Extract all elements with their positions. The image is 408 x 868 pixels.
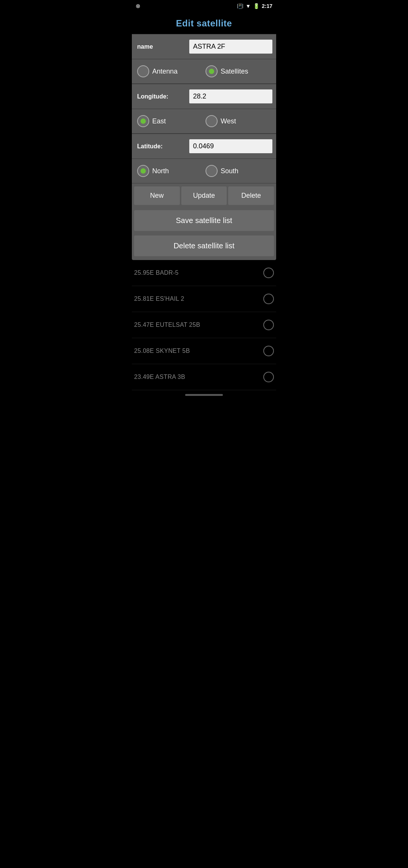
action-buttons-row: New Update Delete xyxy=(132,183,276,208)
sat-item-1[interactable]: 25.81E ES'HAIL 2 xyxy=(132,286,276,312)
sat-radio-0[interactable] xyxy=(263,268,274,278)
west-radio-group[interactable]: West xyxy=(206,115,271,127)
east-radio-dot xyxy=(141,119,146,124)
antenna-label: Antenna xyxy=(152,68,178,75)
north-south-row: North South xyxy=(136,162,272,180)
sat-item-label-4: 23.49E ASTRA 3B xyxy=(134,374,185,380)
sat-item-2[interactable]: 25.47E EUTELSAT 25B xyxy=(132,312,276,338)
name-section: name xyxy=(132,34,276,59)
sat-item-label-0: 25.95E BADR-5 xyxy=(134,269,179,276)
north-radio-btn[interactable] xyxy=(137,165,149,177)
wifi-icon: ▼ xyxy=(246,3,251,9)
delete-satellite-list-button[interactable]: Delete satellite list xyxy=(134,235,274,256)
sat-item-0[interactable]: 25.95E BADR-5 xyxy=(132,260,276,286)
sat-radio-1[interactable] xyxy=(263,294,274,304)
east-radio-group[interactable]: East xyxy=(137,115,202,127)
status-bar: ⊗ 📳 ▼ 🔋 2:17 xyxy=(130,0,278,12)
east-west-section: East West xyxy=(132,109,276,133)
save-btn-wrap: Save satellite list xyxy=(132,208,276,233)
south-radio-group[interactable]: South xyxy=(206,165,271,177)
longitude-label: Longitude: xyxy=(136,93,168,100)
satellite-list: 25.95E BADR-5 25.81E ES'HAIL 2 25.47E EU… xyxy=(130,260,278,390)
status-left: ⊗ xyxy=(136,3,141,9)
north-radio-group[interactable]: North xyxy=(137,165,202,177)
home-pill xyxy=(185,394,223,396)
west-radio-btn[interactable] xyxy=(206,115,218,127)
latitude-row: Latitude: xyxy=(136,137,272,155)
south-radio-btn[interactable] xyxy=(206,165,218,177)
sat-item-label-3: 25.08E SKYNET 5B xyxy=(134,348,190,354)
vibrate-icon: 📳 xyxy=(237,3,243,9)
latitude-input[interactable] xyxy=(189,139,272,153)
name-input[interactable] xyxy=(189,40,272,54)
status-right: 📳 ▼ 🔋 2:17 xyxy=(237,3,272,9)
west-label: West xyxy=(221,117,236,125)
sat-radio-4[interactable] xyxy=(263,372,274,382)
new-button[interactable]: New xyxy=(134,186,180,205)
sat-item-3[interactable]: 25.08E SKYNET 5B xyxy=(132,338,276,364)
east-label: East xyxy=(152,117,166,125)
clock: 2:17 xyxy=(262,3,272,9)
latitude-section: Latitude: xyxy=(132,134,276,159)
satellites-radio-dot xyxy=(209,69,214,74)
sat-item-label-1: 25.81E ES'HAIL 2 xyxy=(134,295,184,302)
longitude-input[interactable] xyxy=(189,89,272,103)
satellites-radio-group[interactable]: Satellites xyxy=(206,65,271,77)
longitude-row: Longitude: xyxy=(136,87,272,106)
satellites-radio-btn[interactable] xyxy=(206,65,218,77)
antenna-radio-group[interactable]: Antenna xyxy=(137,65,202,77)
north-radio-dot xyxy=(141,168,146,174)
update-button[interactable]: Update xyxy=(181,186,227,205)
satellites-label: Satellites xyxy=(221,68,248,75)
battery-icon: 🔋 xyxy=(253,3,260,9)
east-radio-btn[interactable] xyxy=(137,115,149,127)
longitude-section: Longitude: xyxy=(132,84,276,109)
sat-radio-2[interactable] xyxy=(263,320,274,330)
antenna-radio-btn[interactable] xyxy=(137,65,149,77)
sat-radio-3[interactable] xyxy=(263,346,274,356)
save-satellite-list-button[interactable]: Save satellite list xyxy=(134,210,274,231)
antenna-satellites-section: Antenna Satellites xyxy=(132,59,276,83)
antenna-satellites-row: Antenna Satellites xyxy=(136,62,272,80)
latitude-label: Latitude: xyxy=(136,143,163,150)
delete-btn-wrap: Delete satellite list xyxy=(132,233,276,259)
delete-button[interactable]: Delete xyxy=(228,186,274,205)
east-west-row: East West xyxy=(136,112,272,130)
edit-panel: name Antenna Satellites Longitude: xyxy=(132,34,276,260)
sat-item-4[interactable]: 23.49E ASTRA 3B xyxy=(132,364,276,390)
name-label: name xyxy=(136,43,153,50)
notification-icon: ⊗ xyxy=(136,3,141,9)
north-south-section: North South xyxy=(132,159,276,183)
north-label: North xyxy=(152,167,169,175)
home-bar xyxy=(130,390,278,400)
south-label: South xyxy=(221,167,238,175)
name-row: name xyxy=(136,37,272,56)
page-title: Edit satellite xyxy=(130,12,278,34)
sat-item-label-2: 25.47E EUTELSAT 25B xyxy=(134,322,200,328)
